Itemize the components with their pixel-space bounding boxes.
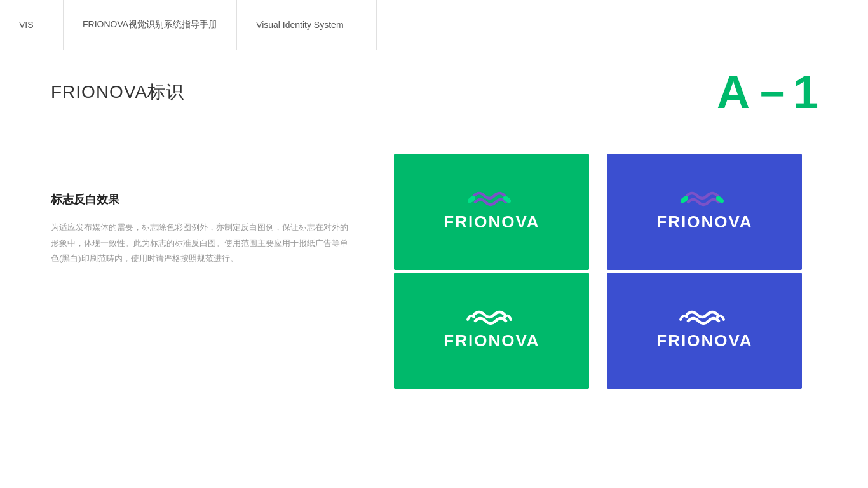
svg-text:FRIONOVA: FRIONOVA [656, 331, 752, 350]
logo-cell-blue-color: FRIONOVA [607, 154, 802, 270]
logo-cell-blue-white: FRIONOVA [607, 273, 802, 389]
logo-tl: FRIONOVA [428, 187, 555, 238]
header: VIS FRIONOVA视觉识别系统指导手册 Visual Identity S… [0, 0, 868, 50]
logo-grid: FRIONOVA FRIONOVA FRIONOVA [394, 154, 817, 389]
logo-bl: FRIONOVA [428, 306, 555, 356]
logo-tr: FRIONOVA [641, 187, 768, 238]
description-block: 标志反白效果 为适应发布媒体的需要，标志除色彩图例外，亦制定反白图例，保证标志在… [51, 154, 356, 389]
vis-label: VIS [19, 20, 34, 30]
block-title: 标志反白效果 [51, 192, 356, 207]
logo-br: FRIONOVA [641, 306, 768, 356]
logo-cell-green-color: FRIONOVA [394, 154, 589, 270]
section-title: FRIONOVA标识 [51, 80, 184, 104]
section-code: A－1 [717, 69, 817, 115]
header-vis-tab[interactable]: VIS [0, 0, 64, 50]
vis-system-label: Visual Identity System [256, 20, 343, 30]
logo-cell-green-white: FRIONOVA [394, 273, 589, 389]
guide-label: FRIONOVA视觉识别系统指导手册 [83, 19, 217, 30]
header-vis-system-tab[interactable]: Visual Identity System [237, 0, 377, 50]
svg-text:FRIONOVA: FRIONOVA [656, 212, 752, 231]
svg-text:FRIONOVA: FRIONOVA [444, 331, 539, 350]
section-title-bar: FRIONOVA标识 A－1 [0, 50, 868, 128]
header-guide-tab[interactable]: FRIONOVA视觉识别系统指导手册 [64, 0, 237, 50]
svg-text:FRIONOVA: FRIONOVA [444, 212, 539, 231]
block-description: 为适应发布媒体的需要，标志除色彩图例外，亦制定反白图例，保证标志在对外的形象中，… [51, 220, 356, 267]
main-content: 标志反白效果 为适应发布媒体的需要，标志除色彩图例外，亦制定反白图例，保证标志在… [0, 128, 868, 414]
